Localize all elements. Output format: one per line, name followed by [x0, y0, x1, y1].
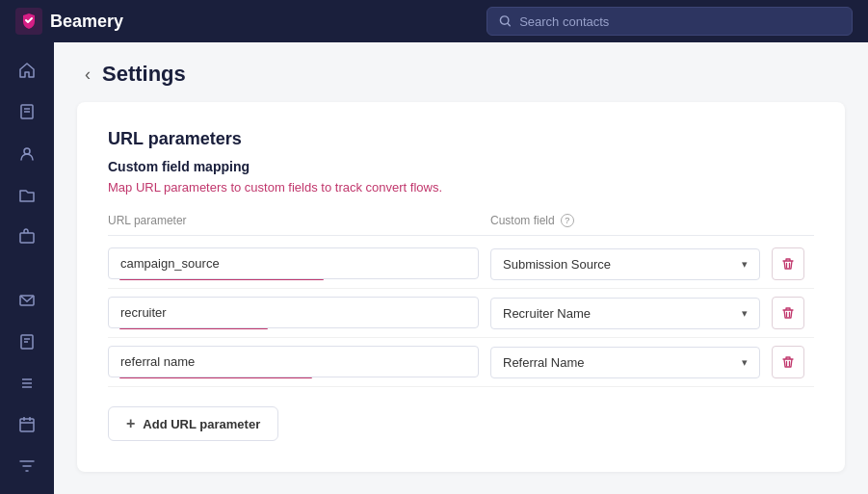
custom-field-value-2: Recruiter Name [503, 306, 591, 321]
settings-header: ‹ Settings [54, 42, 868, 102]
url-param-input-3[interactable] [108, 346, 479, 377]
chevron-down-icon-3: ▾ [742, 356, 748, 369]
delete-button-1[interactable] [772, 247, 804, 280]
custom-field-select-2[interactable]: Recruiter Name ▾ [490, 298, 760, 329]
search-icon [499, 14, 512, 28]
sidebar-item-calendar[interactable] [10, 407, 44, 441]
logo: Beamery [15, 8, 123, 35]
url-param-input-2[interactable] [108, 297, 479, 328]
beamery-logo-icon [15, 8, 42, 35]
sidebar-item-contacts[interactable] [10, 137, 44, 170]
section-title: URL parameters [108, 129, 814, 149]
back-button[interactable]: ‹ [85, 65, 91, 85]
custom-field-value-1: Submission Source [503, 257, 611, 272]
delete-button-3[interactable] [772, 346, 804, 378]
table-row: Referral Name ▾ [108, 338, 814, 387]
col-header-url-param: URL parameter [108, 214, 479, 227]
url-param-input-1[interactable] [108, 247, 479, 279]
sidebar-item-bookmarks[interactable] [10, 95, 44, 129]
plus-icon: + [126, 415, 135, 432]
search-input[interactable] [519, 14, 840, 29]
sidebar-item-lists[interactable] [10, 366, 44, 400]
custom-field-select-3[interactable]: Referral Name ▾ [490, 347, 760, 378]
sidebar-item-jobs[interactable] [10, 220, 44, 253]
sidebar-item-filter[interactable] [10, 449, 44, 482]
col-header-custom-field: Custom field ? [490, 214, 760, 227]
trash-icon-1 [781, 257, 795, 271]
section-description: Map URL parameters to custom fields to t… [108, 180, 814, 195]
add-button-label: Add URL parameter [143, 417, 260, 431]
sidebar-item-docs[interactable] [10, 325, 44, 358]
add-url-parameter-button[interactable]: + Add URL parameter [108, 406, 278, 441]
svg-rect-14 [20, 419, 34, 431]
svg-rect-6 [20, 233, 34, 243]
url-param-input-wrap-2 [108, 297, 479, 329]
main-content: ‹ Settings URL parameters Custom field m… [54, 42, 868, 494]
svg-point-5 [24, 148, 30, 154]
sidebar-item-mail[interactable] [10, 283, 44, 317]
info-icon: ? [561, 214, 574, 227]
sidebar-item-home[interactable] [10, 54, 44, 88]
url-param-input-wrap-1 [108, 247, 479, 280]
table-header: URL parameter Custom field ? [108, 214, 814, 236]
search-bar[interactable] [487, 7, 853, 36]
table-row: Submission Source ▾ [108, 240, 814, 289]
content-card: URL parameters Custom field mapping Map … [77, 102, 845, 472]
trash-icon-3 [781, 355, 795, 369]
chevron-down-icon-2: ▾ [742, 307, 748, 320]
table-row: Recruiter Name ▾ [108, 289, 814, 338]
sidebar-item-folders[interactable] [10, 178, 44, 212]
subsection-title: Custom field mapping [108, 159, 814, 174]
top-navigation: Beamery [0, 0, 868, 42]
trash-icon-2 [781, 306, 795, 320]
url-param-input-wrap-3 [108, 346, 479, 378]
sidebar [0, 42, 54, 494]
custom-field-value-3: Referral Name [503, 355, 585, 370]
chevron-down-icon-1: ▾ [742, 258, 748, 271]
delete-button-2[interactable] [772, 297, 804, 329]
logo-text: Beamery [50, 12, 123, 32]
custom-field-select-1[interactable]: Submission Source ▾ [490, 248, 760, 280]
page-title: Settings [102, 62, 186, 87]
